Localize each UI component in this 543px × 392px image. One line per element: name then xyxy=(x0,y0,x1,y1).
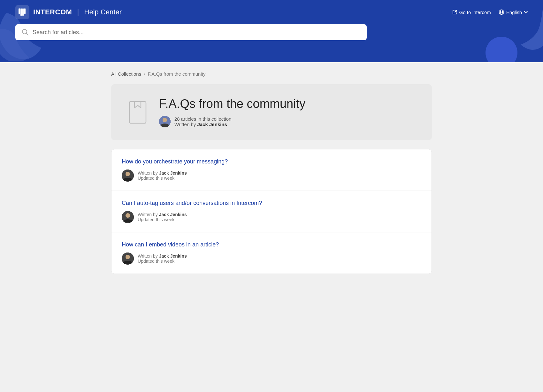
go-to-intercom-label: Go to Intercom xyxy=(459,10,491,15)
svg-point-17 xyxy=(126,255,130,259)
article-title[interactable]: How can I embed videos in an article? xyxy=(122,241,421,248)
article-author: Jack Jenkins xyxy=(159,212,187,217)
search-container xyxy=(0,24,543,49)
svg-rect-9 xyxy=(129,102,146,123)
svg-line-8 xyxy=(27,34,28,35)
articles-count: 28 articles in this collection xyxy=(174,116,231,122)
all-collections-link[interactable]: All Collections xyxy=(111,71,141,77)
collection-meta-text: 28 articles in this collection Written b… xyxy=(174,116,231,127)
go-to-intercom-link[interactable]: Go to Intercom xyxy=(452,10,491,15)
breadcrumb-separator: › xyxy=(144,72,145,76)
article-updated: Updated this week xyxy=(138,217,187,222)
article-meta: Written by Jack Jenkins Updated this wee… xyxy=(122,253,421,265)
page-header: INTERCOM | Help Center Go to Intercom En… xyxy=(0,0,543,62)
main-content: All Collections › F.A.Qs from the commun… xyxy=(0,62,543,318)
article-item[interactable]: Can I auto-tag users and/or conversation… xyxy=(111,191,432,232)
article-item[interactable]: How do you orchestrate your messaging? xyxy=(111,149,432,191)
collection-author-name: Jack Jenkins xyxy=(197,122,227,127)
article-meta-text: Written by Jack Jenkins Updated this wee… xyxy=(138,253,187,264)
collection-info: F.A.Qs from the community 28 articles i xyxy=(159,97,417,127)
collection-icon xyxy=(126,100,149,125)
breadcrumb-current: F.A.Qs from the community xyxy=(148,71,206,77)
search-box xyxy=(15,24,367,40)
header-top: INTERCOM | Help Center Go to Intercom En… xyxy=(0,0,543,24)
help-center-label: Help Center xyxy=(84,8,122,16)
svg-point-13 xyxy=(126,172,130,176)
breadcrumb: All Collections › F.A.Qs from the commun… xyxy=(111,71,432,77)
article-author: Jack Jenkins xyxy=(159,170,187,176)
search-input[interactable] xyxy=(33,29,360,36)
content-area: All Collections › F.A.Qs from the commun… xyxy=(96,62,447,293)
svg-point-15 xyxy=(126,213,130,218)
articles-list: How do you orchestrate your messaging? xyxy=(111,149,432,274)
svg-point-11 xyxy=(163,118,167,122)
article-author-avatar xyxy=(122,170,134,182)
brand-divider: | xyxy=(77,8,79,17)
collection-meta: 28 articles in this collection Written b… xyxy=(159,116,417,127)
article-title[interactable]: How do you orchestrate your messaging? xyxy=(122,158,421,165)
collection-author-avatar xyxy=(159,116,171,127)
collection-title: F.A.Qs from the community xyxy=(159,97,417,111)
article-meta-text: Written by Jack Jenkins Updated this wee… xyxy=(138,170,187,181)
article-item[interactable]: How can I embed videos in an article? xyxy=(111,232,432,274)
article-author-avatar xyxy=(122,253,134,265)
article-updated: Updated this week xyxy=(138,176,187,181)
article-meta: Written by Jack Jenkins Updated this wee… xyxy=(122,211,421,223)
article-updated: Updated this week xyxy=(138,259,187,264)
article-meta-text: Written by Jack Jenkins Updated this wee… xyxy=(138,212,187,222)
search-icon xyxy=(22,29,29,36)
collection-header-card: F.A.Qs from the community 28 articles i xyxy=(111,84,432,140)
article-author-avatar xyxy=(122,211,134,223)
article-meta: Written by Jack Jenkins Updated this wee… xyxy=(122,170,421,182)
article-author: Jack Jenkins xyxy=(159,253,187,259)
collection-written-by: Written by Jack Jenkins xyxy=(174,122,231,127)
article-title[interactable]: Can I auto-tag users and/or conversation… xyxy=(122,200,421,207)
